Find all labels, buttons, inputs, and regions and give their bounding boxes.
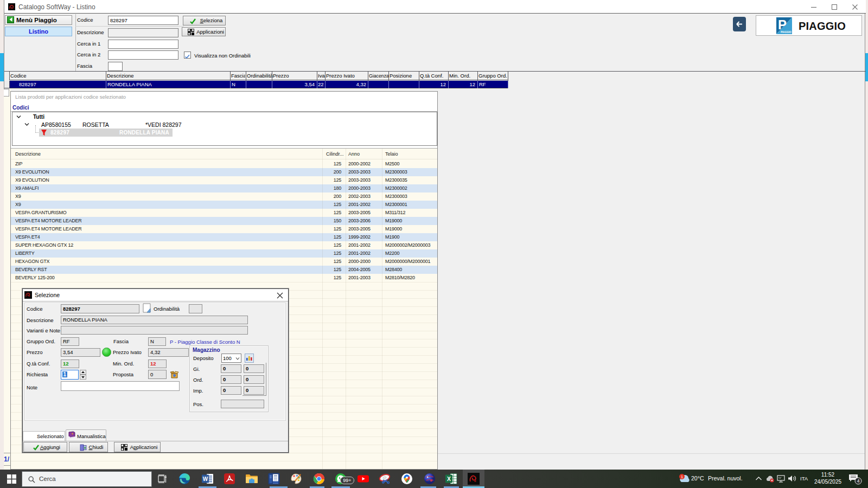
svg-text:X: X bbox=[447, 476, 451, 482]
svg-text:1: 1 bbox=[681, 474, 683, 479]
svg-text:4: 4 bbox=[857, 478, 860, 484]
svg-text:P: P bbox=[778, 17, 787, 32]
svg-text:PIAGGIO: PIAGGIO bbox=[781, 31, 792, 34]
svg-text:W: W bbox=[203, 476, 208, 482]
